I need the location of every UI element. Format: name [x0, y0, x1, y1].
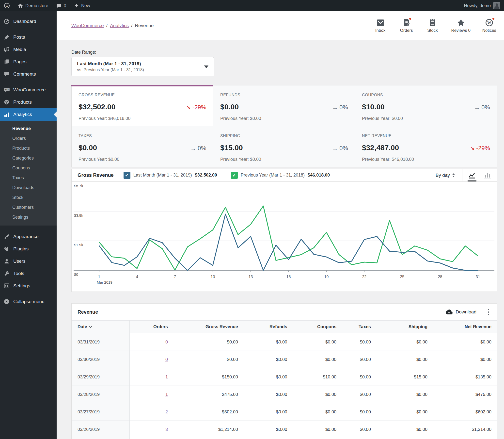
download-button[interactable]: Download: [445, 309, 477, 315]
legend-total: $32,502.00: [195, 173, 217, 178]
unread-badge: [409, 17, 412, 20]
sidebar-item-posts[interactable]: Posts: [0, 31, 57, 43]
submenu-item-orders[interactable]: Orders: [0, 133, 57, 143]
sidebar-item-settings[interactable]: Settings: [0, 280, 57, 292]
sidebar-item-products[interactable]: Products: [0, 96, 57, 108]
column-header-label: Date: [78, 324, 87, 329]
activity-tab-label: Orders: [400, 28, 413, 33]
sidebar-secondary-menu: AppearancePluginsUsersToolsSettings: [0, 230, 57, 292]
activity-tab-notices[interactable]: WNotices: [482, 18, 497, 33]
x-axis-label: 25: [400, 275, 404, 279]
arrow-right-icon: →: [332, 145, 338, 152]
sidebar-item-users[interactable]: Users: [0, 255, 57, 267]
sidebar-item-analytics[interactable]: Analytics: [0, 108, 57, 121]
series-line: [99, 206, 478, 270]
submenu-item-stock[interactable]: Stock: [0, 193, 57, 202]
column-header-refunds[interactable]: Refunds: [244, 321, 293, 333]
revenue-line-chart[interactable]: $0$1.9k$3.8k$5.7k1471013161922252831Mar …: [72, 182, 497, 292]
submenu-item-taxes[interactable]: Taxes: [0, 173, 57, 183]
summary-tile-refunds[interactable]: REFUNDS$0.00→0%Previous Year: $0.00: [213, 85, 355, 126]
sidebar-item-comments[interactable]: Comments: [0, 68, 57, 80]
submenu-item-customers[interactable]: Customers: [0, 202, 57, 212]
submenu-item-settings[interactable]: Settings: [0, 212, 57, 222]
cell-net-revenue: $0.00: [433, 351, 497, 368]
cell-refunds: $0.00: [244, 386, 293, 403]
activity-tab-inbox[interactable]: Inbox: [373, 18, 388, 33]
site-menu[interactable]: Demo store: [14, 0, 52, 11]
collapse-menu-button[interactable]: Collapse menu: [0, 295, 57, 308]
submenu-item-downloads[interactable]: Downloads: [0, 183, 57, 193]
legend-item-last-month[interactable]: ✓Last Month (Mar 1 - 31, 2019)$32,502.00: [124, 172, 217, 179]
summary-tile-net-revenue[interactable]: NET REVENUE$32,487.00↘-29%Previous Year:…: [355, 126, 497, 167]
summary-tile-shipping[interactable]: SHIPPING$15.00→0%Previous Year: $0.00: [213, 126, 355, 167]
cell-gross-revenue: $1,214.00: [174, 421, 244, 438]
sidebar-item-media[interactable]: Media: [0, 43, 57, 56]
howdy-text[interactable]: Howdy, demo: [464, 3, 491, 8]
star-icon: [457, 18, 465, 27]
table-header-row: DateOrdersGross RevenueRefundsCouponsTax…: [72, 321, 497, 333]
sidebar-item-plugins[interactable]: Plugins: [0, 243, 57, 255]
column-header-date[interactable]: Date: [72, 321, 129, 333]
cell-taxes: $0.00: [342, 421, 377, 438]
activity-tab-label: Stock: [427, 28, 438, 33]
submenu-item-coupons[interactable]: Coupons: [0, 163, 57, 173]
legend-item-previous-year[interactable]: ✓Previous Year (Mar 1 - 31, 2018)$46,018…: [231, 172, 330, 179]
tile-delta: →0%: [474, 104, 490, 111]
date-range-select[interactable]: Last Month (Mar 1 - 31, 2019) vs. Previo…: [71, 57, 214, 76]
x-axis-month-label: Mar 2019: [97, 280, 112, 284]
cell-orders: 3: [129, 421, 174, 438]
sidebar-item-label: Media: [13, 47, 26, 52]
submenu-item-categories[interactable]: Categories: [0, 153, 57, 163]
column-header-gross-revenue[interactable]: Gross Revenue: [174, 321, 244, 333]
cell-net-revenue: $475.00: [433, 386, 497, 403]
activity-tab-stock[interactable]: Stock: [425, 18, 440, 33]
orders-count-link[interactable]: 3: [165, 427, 168, 432]
activity-tab-orders[interactable]: Orders: [399, 18, 414, 33]
sidebar-item-appearance[interactable]: Appearance: [0, 230, 57, 243]
ellipsis-menu-icon[interactable]: [487, 308, 490, 316]
avatar[interactable]: [493, 2, 500, 9]
orders-count-link[interactable]: 2: [165, 409, 168, 414]
wordpress-logo-menu[interactable]: W: [0, 0, 14, 11]
bar-chart-button[interactable]: [484, 169, 491, 181]
svg-text:Woo: Woo: [5, 89, 9, 91]
breadcrumb-woocommerce-link[interactable]: WooCommerce: [71, 23, 104, 28]
download-cloud-icon: [445, 309, 453, 315]
sidebar-item-pages[interactable]: Pages: [0, 56, 57, 68]
interval-select[interactable]: By day: [436, 173, 462, 178]
summary-tile-taxes[interactable]: TAXES$0.00→0%Previous Year: $0.00: [72, 126, 213, 167]
checkbox-checked-icon[interactable]: ✓: [231, 172, 238, 179]
checkbox-checked-icon[interactable]: ✓: [124, 172, 130, 179]
summary-tile-gross-revenue[interactable]: GROSS REVENUE$32,502.00↘-29%Previous Yea…: [72, 85, 213, 126]
orders-count-link[interactable]: 1: [165, 392, 168, 397]
orders-count-link[interactable]: 0: [165, 357, 168, 362]
line-chart-button[interactable]: [468, 169, 476, 181]
line-chart-icon: [468, 172, 476, 179]
orders-count-link[interactable]: 0: [165, 340, 168, 344]
cell: [293, 438, 342, 439]
comments-menu[interactable]: 0: [52, 0, 70, 11]
sidebar-item-tools[interactable]: Tools: [0, 267, 57, 280]
sidebar-item-dashboard[interactable]: Dashboard: [0, 15, 57, 28]
sidebar-item-woocommerce[interactable]: WooWooCommerce: [0, 84, 57, 96]
submenu-item-products[interactable]: Products: [0, 143, 57, 153]
sidebar-item-label: Plugins: [13, 246, 29, 252]
breadcrumb-analytics-link[interactable]: Analytics: [110, 23, 129, 28]
activity-tab-reviews-0[interactable]: Reviews 0: [451, 18, 471, 33]
tile-label: SHIPPING: [220, 134, 348, 138]
date-range-label: Date Range:: [71, 50, 96, 55]
submenu-item-revenue[interactable]: Revenue: [0, 124, 57, 133]
x-axis-label: 22: [362, 275, 366, 279]
column-header-orders[interactable]: Orders: [129, 321, 174, 333]
arrow-down-right-icon: ↘: [186, 104, 191, 111]
column-header-shipping[interactable]: Shipping: [377, 321, 433, 333]
orders-count-link[interactable]: 1: [165, 374, 168, 379]
column-header-net-revenue[interactable]: Net Revenue: [433, 321, 497, 333]
activity-tab-label: Inbox: [375, 28, 386, 33]
summary-tile-coupons[interactable]: COUPONS$10.00→0%Previous Year: $0.00: [355, 85, 497, 126]
column-header-coupons[interactable]: Coupons: [293, 321, 342, 333]
column-header-taxes[interactable]: Taxes: [342, 321, 377, 333]
sidebar-item-label: Appearance: [13, 234, 38, 239]
products-icon: [3, 99, 10, 105]
new-menu[interactable]: New: [70, 0, 94, 11]
